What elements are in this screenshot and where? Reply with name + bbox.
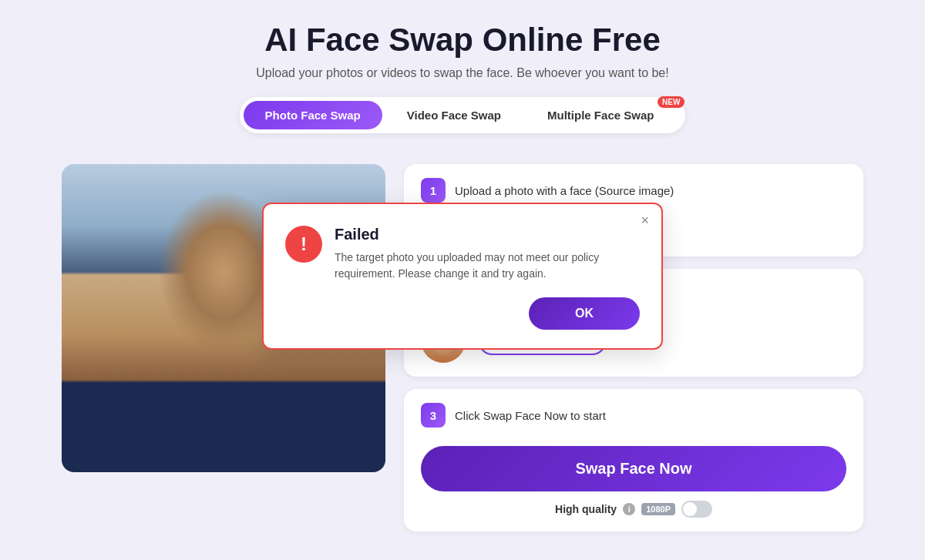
new-badge: NEW — [658, 96, 684, 108]
tab-video[interactable]: Video Face Swap — [385, 101, 523, 129]
tab-bar: Photo Face Swap Video Face Swap Multiple… — [0, 97, 925, 133]
modal-dialog: × ! Failed The target photo you uploaded… — [262, 203, 663, 350]
modal-text-area: Failed The target photo you uploaded may… — [335, 226, 640, 282]
main-content: 1 Upload a photo with a face (Source ima… — [0, 164, 925, 531]
modal-message: The target photo you uploaded may not me… — [335, 250, 640, 282]
page-title: AI Face Swap Online Free — [0, 22, 925, 59]
modal-close-button[interactable]: × — [641, 213, 649, 227]
tab-container: Photo Face Swap Video Face Swap Multiple… — [240, 97, 686, 133]
tab-multiple[interactable]: Multiple Face Swap NEW — [526, 101, 681, 129]
modal-overlay: × ! Failed The target photo you uploaded… — [0, 164, 925, 531]
error-icon: ! — [285, 226, 322, 263]
modal-body: ! Failed The target photo you uploaded m… — [285, 226, 640, 282]
modal-ok-button[interactable]: OK — [529, 297, 640, 330]
page-subtitle: Upload your photos or videos to swap the… — [0, 66, 925, 80]
modal-footer: OK — [285, 297, 640, 330]
tab-photo[interactable]: Photo Face Swap — [244, 101, 382, 129]
modal-title: Failed — [335, 226, 640, 243]
